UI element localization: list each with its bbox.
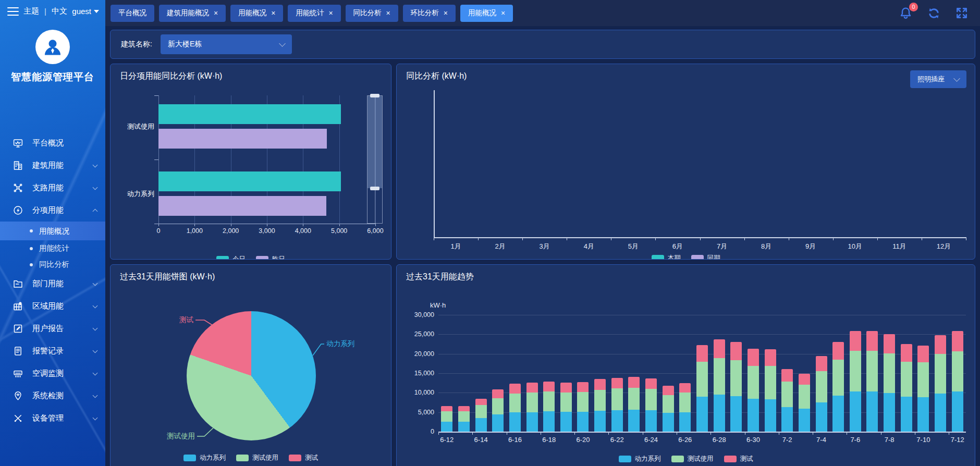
stacked-bar-测试使用[interactable] [543,391,555,411]
sidebar-item-4[interactable]: 分项用能 [0,199,105,222]
stacked-bar-测试使用[interactable] [884,353,895,393]
stacked-bar-动力系列[interactable] [866,391,878,432]
stacked-bar-测试使用[interactable] [832,360,844,396]
tab-2[interactable]: 建筑用能概况× [159,5,226,22]
stacked-bar-测试使用[interactable] [696,362,708,396]
stacked-bar-动力系列[interactable] [884,393,895,432]
stacked-bar-测试[interactable] [594,379,606,390]
stacked-bar-测试使用[interactable] [526,393,538,412]
sidebar-subitem[interactable]: 同比分析 [0,256,105,273]
theme-link[interactable]: 主题 [23,6,39,16]
sidebar-item-11[interactable]: 设备管理 [0,407,105,430]
legend-item[interactable]: 动力系列 [619,455,661,463]
stacked-bar-动力系列[interactable] [679,412,691,432]
stacked-bar-测试使用[interactable] [935,354,946,394]
stacked-bar-测试使用[interactable] [714,358,725,395]
sidebar-item-5[interactable]: 部门用能 [0,273,105,295]
stacked-bar-测试[interactable] [901,344,912,362]
stacked-bar-测试[interactable] [917,346,929,363]
stacked-bar-动力系列[interactable] [748,399,759,432]
stacked-bar-测试使用[interactable] [645,389,657,410]
stacked-bar-测试[interactable] [628,377,640,387]
tab-close-icon[interactable]: × [328,9,333,17]
tab-4[interactable]: 用能统计× [288,5,340,22]
tab-close-icon[interactable]: × [271,9,275,17]
stacked-bar-测试使用[interactable] [850,351,861,391]
stacked-bar-测试使用[interactable] [441,411,452,421]
legend-item[interactable]: 今日 [216,255,246,260]
stacked-bar-动力系列[interactable] [901,397,912,432]
fullscreen-icon[interactable] [955,6,969,20]
legend-item[interactable]: 动力系列 [183,453,226,462]
stacked-bar-测试[interactable] [560,383,572,393]
stacked-bar-动力系列[interactable] [543,411,555,432]
stacked-bar-测试使用[interactable] [748,366,759,399]
stacked-bar-测试[interactable] [679,383,691,393]
stacked-bar-测试[interactable] [952,331,963,351]
bar-今日[interactable] [158,171,341,191]
stacked-bar-测试使用[interactable] [730,360,742,396]
stacked-bar-动力系列[interactable] [714,395,725,432]
legend-item[interactable]: 本期 [652,254,681,260]
stacked-bar-测试使用[interactable] [594,390,606,411]
tab-7[interactable]: 用能概况× [460,5,513,22]
pie-chart[interactable] [187,311,316,440]
bar-今日[interactable] [158,104,341,124]
sidebar-item-7[interactable]: 用户报告 [0,317,105,340]
stacked-bar-测试使用[interactable] [917,362,929,397]
stacked-bar-动力系列[interactable] [577,412,589,432]
legend-item[interactable]: 测试使用 [236,453,278,462]
stacked-bar-测试使用[interactable] [560,393,572,412]
stacked-bar-测试使用[interactable] [492,398,504,414]
sidebar-subitem-active[interactable]: 用能概况 [0,222,105,240]
stacked-bar-动力系列[interactable] [799,409,810,432]
stacked-bar-测试[interactable] [799,374,810,385]
stacked-bar-测试[interactable] [543,382,555,391]
user-menu[interactable]: guest [72,7,99,16]
notification-bell-icon[interactable]: 0 [899,6,913,20]
sidebar-item-9[interactable]: 空调监测 [0,362,105,385]
tab-6[interactable]: 环比分析× [403,5,456,22]
stacked-bar-动力系列[interactable] [765,399,776,432]
stacked-bar-动力系列[interactable] [730,396,742,432]
stacked-bar-动力系列[interactable] [441,422,452,432]
stacked-bar-测试使用[interactable] [509,394,521,413]
stacked-bar-测试[interactable] [663,386,674,395]
sidebar-item-3[interactable]: 支路用能 [0,177,105,199]
stacked-bar-测试使用[interactable] [475,405,487,418]
tab-1[interactable]: 平台概况 [111,5,154,22]
stacked-bar-动力系列[interactable] [594,411,606,432]
stacked-bar-动力系列[interactable] [663,413,674,432]
legend-item[interactable]: 测试 [724,455,753,463]
stacked-bar-动力系列[interactable] [526,412,538,432]
sidebar-item-8[interactable]: 报警记录 [0,340,105,362]
stacked-bar-测试使用[interactable] [765,366,776,399]
refresh-icon[interactable] [927,6,941,20]
stacked-bar-测试使用[interactable] [663,395,674,413]
stacked-bar-动力系列[interactable] [560,412,572,432]
stacked-bar-动力系列[interactable] [509,412,521,432]
tab-close-icon[interactable]: × [444,9,448,17]
stacked-bar-动力系列[interactable] [611,410,623,432]
stacked-bar-测试[interactable] [850,331,861,351]
stacked-bar-动力系列[interactable] [458,422,470,432]
stacked-bar-动力系列[interactable] [935,394,946,432]
stacked-bar-动力系列[interactable] [850,391,861,432]
stacked-bar-测试[interactable] [714,339,725,358]
stacked-bar-动力系列[interactable] [816,402,827,432]
stacked-bar-测试[interactable] [577,382,589,392]
stacked-bar-测试使用[interactable] [901,362,912,397]
tab-close-icon[interactable]: × [386,9,390,17]
stacked-bar-测试[interactable] [816,356,827,371]
stacked-bar-动力系列[interactable] [628,410,640,432]
bar-昨日[interactable] [158,196,326,216]
stacked-bar-动力系列[interactable] [645,410,657,432]
legend-item[interactable]: 同期 [691,254,720,260]
stacked-bar-测试使用[interactable] [866,351,878,391]
stacked-bar-测试[interactable] [526,383,538,393]
stacked-bar-测试[interactable] [748,349,759,366]
stacked-bar-动力系列[interactable] [832,396,844,432]
stacked-bar-测试使用[interactable] [816,371,827,402]
tab-5[interactable]: 同比分析× [346,5,398,22]
tab-close-icon[interactable]: × [501,9,505,17]
